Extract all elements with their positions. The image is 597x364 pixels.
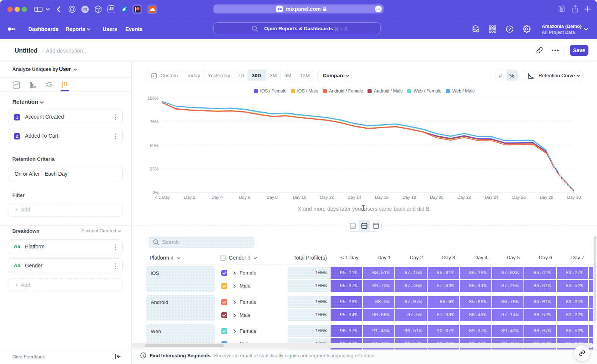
svg-text:Day 12: Day 12 bbox=[320, 195, 334, 200]
svg-text:Day 26: Day 26 bbox=[512, 195, 526, 200]
svg-text:Day 8: Day 8 bbox=[266, 195, 278, 200]
svg-text:Day 4: Day 4 bbox=[212, 195, 223, 200]
svg-text:0%: 0% bbox=[152, 190, 159, 195]
svg-text:50%: 50% bbox=[150, 143, 159, 148]
svg-text:Day 24: Day 24 bbox=[485, 195, 498, 200]
svg-text:100%: 100% bbox=[148, 96, 159, 100]
svg-text:Day 22: Day 22 bbox=[457, 195, 471, 200]
svg-text:Day 20: Day 20 bbox=[430, 195, 443, 200]
svg-text:75%: 75% bbox=[150, 119, 159, 124]
svg-text:Day 6: Day 6 bbox=[239, 195, 250, 200]
svg-text:Day 30: Day 30 bbox=[567, 195, 581, 200]
svg-text:Day 28: Day 28 bbox=[540, 195, 553, 200]
svg-text:Day 16: Day 16 bbox=[375, 195, 388, 200]
svg-text:Day 2: Day 2 bbox=[184, 195, 195, 200]
svg-text:Day 10: Day 10 bbox=[293, 195, 306, 200]
svg-text:Day 18: Day 18 bbox=[403, 195, 416, 200]
svg-text:< 1 Day: < 1 Day bbox=[155, 195, 170, 200]
svg-text:25%: 25% bbox=[150, 167, 159, 171]
svg-text:Day 14: Day 14 bbox=[348, 195, 362, 200]
